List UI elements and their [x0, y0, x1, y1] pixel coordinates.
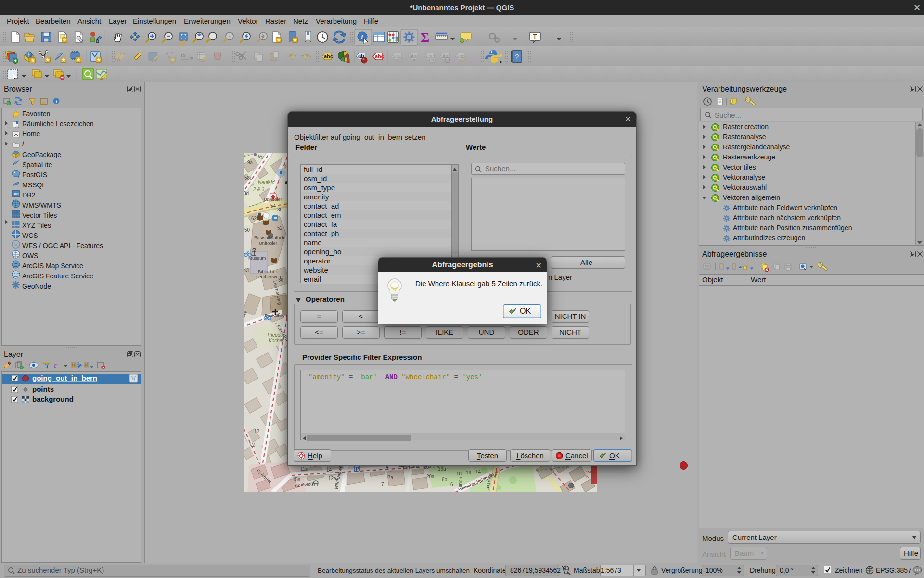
svg-text:ε: ε [54, 362, 57, 369]
svg-text:background: background [32, 395, 74, 403]
svg-text:fx: fx [181, 52, 186, 59]
svg-text:12: 12 [488, 472, 494, 477]
svg-text:Rastergeländeanalyse: Rastergeländeanalyse [723, 143, 790, 151]
svg-text:7: 7 [381, 482, 384, 487]
svg-text:9a: 9a [247, 160, 253, 165]
svg-text:Kocher: Kocher [269, 338, 284, 343]
svg-text:V: V [14, 242, 17, 247]
svg-text:MSSQL: MSSQL [22, 181, 46, 189]
svg-text:1:1: 1:1 [227, 35, 232, 39]
svg-text:43: 43 [244, 268, 249, 273]
svg-text:Nor: Nor [586, 474, 593, 479]
svg-text:20a: 20a [426, 474, 435, 479]
svg-text:abc: abc [324, 53, 333, 59]
svg-text:abc: abc [375, 53, 384, 59]
svg-text:ArcGIS Map Service: ArcGIS Map Service [22, 262, 83, 270]
svg-text:Theodor: Theodor [267, 332, 285, 338]
svg-text:going_out_in_bern: going_out_in_bern [32, 374, 97, 382]
svg-text:62: 62 [251, 216, 257, 221]
svg-text:Attribute nach nächstem verknü: Attribute nach nächstem verknüpfen [733, 214, 841, 222]
svg-text:8d: 8d [244, 191, 249, 196]
svg-text:+2: +2 [249, 442, 255, 447]
svg-text:/: / [22, 140, 24, 148]
svg-text:Unitobler: Unitobler [264, 197, 282, 202]
svg-text:Raster creation: Raster creation [723, 123, 769, 131]
svg-text:DB2: DB2 [13, 192, 19, 196]
svg-text:T: T [533, 33, 537, 40]
svg-text:SpatiaLite: SpatiaLite [22, 161, 52, 169]
svg-text:52: 52 [277, 225, 283, 231]
svg-text:12a: 12a [300, 466, 308, 472]
svg-text:DB2: DB2 [22, 191, 35, 199]
svg-text:15a: 15a [293, 477, 301, 482]
svg-text:Home: Home [22, 130, 40, 138]
svg-text:Lerchenweg: Lerchenweg [256, 274, 281, 279]
svg-text:16: 16 [466, 470, 472, 475]
svg-text:Vektoranalyse: Vektoranalyse [723, 173, 765, 181]
svg-text:Unitobler: Unitobler [259, 240, 277, 246]
svg-text:points: points [32, 385, 54, 393]
svg-text:6: 6 [450, 482, 453, 487]
svg-text:58e: 58e [244, 175, 253, 181]
svg-text:2 & 3: 2 & 3 [253, 187, 265, 192]
svg-text:Rasteranalyse: Rasteranalyse [723, 133, 766, 141]
svg-text:OWS: OWS [22, 252, 38, 260]
svg-text:18: 18 [456, 471, 462, 476]
svg-text:Σ: Σ [421, 30, 429, 45]
svg-text:Attribute nach Feldwert verknü: Attribute nach Feldwert verknüpfen [733, 204, 837, 211]
svg-text:12: 12 [254, 429, 260, 434]
svg-text:7a: 7a [388, 475, 394, 480]
svg-text:6b: 6b [442, 477, 448, 482]
svg-text:Rasterwerkzeuge: Rasterwerkzeuge [723, 153, 775, 161]
svg-text:Favoriten: Favoriten [22, 110, 50, 118]
svg-text:Vector Tiles: Vector Tiles [22, 211, 57, 219]
svg-text:WFS / OGC API - Features: WFS / OGC API - Features [22, 242, 103, 250]
svg-text:Neufeld: Neufeld [258, 180, 275, 185]
svg-text:Bibliothek: Bibliothek [258, 269, 278, 274]
svg-text:XYZ Tiles: XYZ Tiles [22, 222, 51, 229]
svg-text:Attributindizes erzeugen: Attributindizes erzeugen [733, 234, 805, 242]
svg-text:Vektoren allgemein: Vektoren allgemein [723, 194, 780, 201]
svg-text:54: 54 [270, 203, 276, 209]
svg-text:14: 14 [475, 469, 481, 474]
svg-text:50: 50 [244, 227, 250, 233]
svg-text:ArcGIS Feature Service: ArcGIS Feature Service [22, 272, 93, 280]
svg-text:P: P [356, 466, 359, 472]
svg-text:WCS: WCS [22, 232, 38, 239]
svg-text:abc: abc [410, 53, 417, 59]
svg-text:Räumliche Lesezeichen: Räumliche Lesezeichen [22, 120, 94, 128]
svg-text:WMS/WMTS: WMS/WMTS [22, 201, 61, 209]
svg-text:12a: 12a [328, 476, 336, 481]
svg-text:?: ? [515, 53, 519, 61]
svg-text:GeoPackage: GeoPackage [22, 151, 61, 158]
svg-text:Attribute nach Position zusamm: Attribute nach Position zusammenfügen [733, 224, 852, 232]
svg-text:14: 14 [326, 467, 332, 473]
svg-text:i: i [361, 33, 363, 40]
svg-text:Museum: Museum [248, 255, 266, 261]
svg-text:a: a [96, 38, 99, 44]
svg-text:GeoNode: GeoNode [22, 282, 51, 290]
svg-text:Basisbibliothek: Basisbibliothek [254, 235, 285, 240]
svg-text:Vektorauswahl: Vektorauswahl [723, 184, 767, 191]
svg-text:89: 89 [277, 207, 283, 212]
svg-text:Vector tiles: Vector tiles [723, 163, 756, 171]
svg-text:16a: 16a [438, 466, 446, 472]
svg-text:PostGIS: PostGIS [22, 171, 47, 179]
svg-text:Pauluskirche: Pauluskirche [265, 313, 290, 318]
svg-text:Wal: Wal [586, 470, 593, 474]
